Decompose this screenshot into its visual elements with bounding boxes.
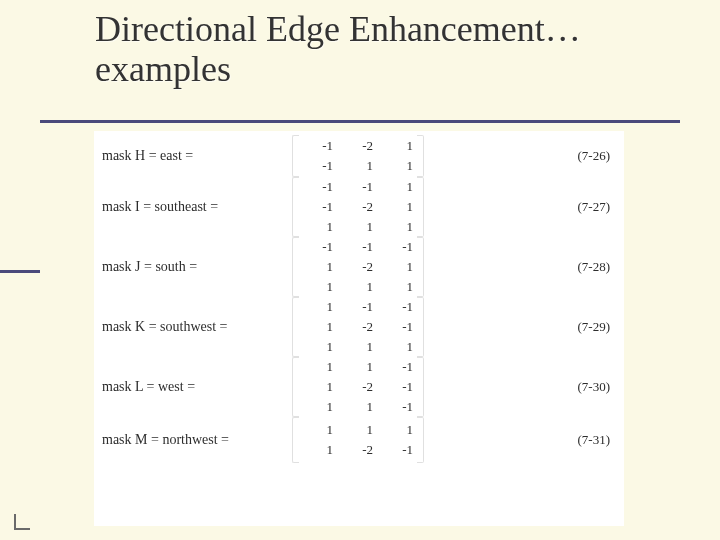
matrix-cell: 1 [381,218,415,236]
title-underline [40,120,680,123]
matrix-cell: 1 [381,421,415,439]
mask-label: mask L = west = [102,379,292,395]
matrix-cell: -2 [341,137,375,155]
equation-number: (7-27) [578,199,611,215]
bracket-right-icon [417,417,424,463]
matrix-cell: 1 [301,338,335,356]
matrix-cell: 1 [341,358,375,376]
bracket-left-icon [292,417,299,463]
matrix-cell: 1 [301,318,335,336]
matrix-cell: -1 [381,378,415,396]
title-wrap: Directional Edge Enhancement… examples [95,10,685,89]
matrix-cell: 1 [381,137,415,155]
left-accent-bar [0,270,40,273]
matrix-cell: 1 [301,378,335,396]
matrix-cell: 1 [301,298,335,316]
matrix-cell: 1 [341,398,375,416]
matrix-cell: 1 [301,358,335,376]
matrix-cell: -1 [301,137,335,155]
mask-row-j: mask J = south =-1-1-11-21111(7-28) [102,237,616,297]
matrix-cell: 1 [301,278,335,296]
bracket-left-icon [292,357,299,417]
matrix-cell: 1 [301,258,335,276]
matrix: 1-1-11-2-1111 [301,298,415,356]
matrix: -1-21-111 [301,137,415,175]
matrix-cell: 1 [341,157,375,175]
matrix-cell: 1 [341,278,375,296]
bracket-right-icon [417,135,424,177]
matrix-cell: -2 [341,378,375,396]
matrix-cell: -2 [341,258,375,276]
equation-number: (7-30) [578,379,611,395]
matrix-cell: -1 [341,178,375,196]
content-panel: mask H = east =-1-21-111(7-26)mask I = s… [94,131,624,526]
matrix-cell: 1 [301,398,335,416]
matrix-cell: -2 [341,198,375,216]
matrix-cell: 1 [301,421,335,439]
matrix-cell: 1 [381,338,415,356]
matrix-cell: -2 [341,318,375,336]
matrix-cell: -1 [381,238,415,256]
matrix-cell: -1 [381,318,415,336]
matrix-cell: -1 [301,157,335,175]
bracket-right-icon [417,237,424,297]
mask-row-m: mask M = northwest =1111-2-1(7-31) [102,417,616,463]
matrix: 1111-2-1 [301,421,415,459]
mask-label: mask H = east = [102,148,292,164]
matrix-cell: 1 [301,218,335,236]
bracket-right-icon [417,357,424,417]
bracket-left-icon [292,237,299,297]
mask-label: mask K = southwest = [102,319,292,335]
mask-label: mask M = northwest = [102,432,292,448]
mask-row-l: mask L = west =11-11-2-111-1(7-30) [102,357,616,417]
matrix-cell: 1 [381,178,415,196]
matrix: 11-11-2-111-1 [301,358,415,416]
matrix-cell: -1 [301,238,335,256]
equation-number: (7-28) [578,259,611,275]
matrix-cell: -1 [381,298,415,316]
mask-label: mask J = south = [102,259,292,275]
matrix-cell: -1 [381,441,415,459]
matrix-cell: 1 [301,441,335,459]
mask-row-i: mask I = southeast =-1-11-1-21111(7-27) [102,177,616,237]
matrix-cell: 1 [381,258,415,276]
matrix-cell: 1 [381,157,415,175]
matrix: -1-11-1-21111 [301,178,415,236]
matrix-cell: -1 [301,198,335,216]
matrix-cell: -1 [341,298,375,316]
matrix-cell: -2 [341,441,375,459]
matrix: -1-1-11-21111 [301,238,415,296]
bracket-left-icon [292,297,299,357]
matrix-cell: 1 [341,218,375,236]
matrix-cell: 1 [381,278,415,296]
equation-number: (7-31) [578,432,611,448]
slide: Directional Edge Enhancement… examples m… [0,0,720,540]
equation-number: (7-29) [578,319,611,335]
matrix-cell: -1 [381,358,415,376]
bracket-right-icon [417,297,424,357]
matrix-cell: -1 [381,398,415,416]
matrix-cell: 1 [341,421,375,439]
mask-label: mask I = southeast = [102,199,292,215]
bracket-left-icon [292,177,299,237]
mask-row-h: mask H = east =-1-21-111(7-26) [102,135,616,177]
bracket-left-icon [292,135,299,177]
matrix-cell: 1 [381,198,415,216]
matrix-cell: 1 [341,338,375,356]
bracket-right-icon [417,177,424,237]
slide-title: Directional Edge Enhancement… examples [95,10,685,89]
corner-mark-icon [14,514,30,530]
matrix-cell: -1 [301,178,335,196]
matrix-cell: -1 [341,238,375,256]
equation-number: (7-26) [578,148,611,164]
mask-row-k: mask K = southwest =1-1-11-2-1111(7-29) [102,297,616,357]
